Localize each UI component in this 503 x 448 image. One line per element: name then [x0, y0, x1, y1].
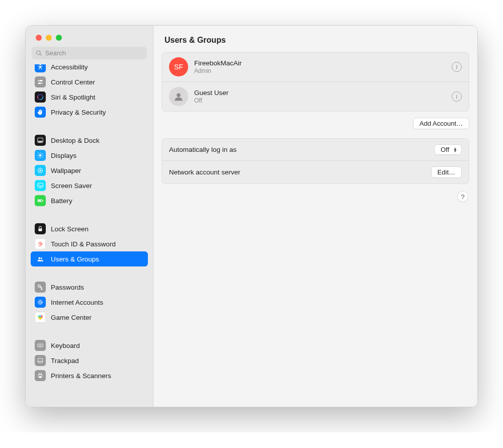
sidebar-nav[interactable]: AccessibilityControl CenterSiri & Spotli…: [26, 64, 153, 407]
user-name: Guest User: [194, 89, 446, 97]
login-settings: Automatically log in as Off ▲▼ Network a…: [161, 138, 469, 184]
svg-point-4: [41, 83, 42, 84]
content: SFFireebokMacAirAdminiGuest UserOffi Add…: [153, 52, 477, 209]
sidebar-item-trackpad[interactable]: Trackpad: [31, 353, 148, 368]
svg-rect-30: [39, 188, 41, 188]
svg-point-3: [39, 80, 40, 81]
fingerprint-icon: [35, 238, 46, 249]
info-button[interactable]: i: [452, 92, 462, 102]
sidebar-item-label: Users & Groups: [51, 255, 99, 263]
hand-icon: [35, 107, 46, 118]
svg-rect-49: [38, 359, 42, 363]
main-pane: Users & Groups SFFireebokMacAirAdminiGue…: [153, 26, 477, 407]
svg-point-25: [38, 168, 39, 169]
help-button[interactable]: ?: [457, 191, 468, 202]
search-input[interactable]: [45, 49, 143, 57]
svg-point-36: [41, 257, 42, 259]
svg-rect-53: [39, 376, 42, 378]
sidebar-item-lock-screen[interactable]: Lock Screen: [31, 221, 148, 236]
sidebar-item-screen-saver[interactable]: Screen Saver: [31, 178, 148, 193]
sidebar-item-label: Siri & Spotlight: [51, 94, 96, 101]
sidebar-item-label: Printers & Scanners: [51, 372, 111, 380]
sidebar-group: KeyboardTrackpadPrinters & Scanners: [26, 335, 153, 386]
auto-login-select[interactable]: Off ▲▼: [434, 144, 462, 155]
sidebar-item-label: Accessibility: [51, 64, 88, 71]
sidebar-item-game-center[interactable]: Game Center: [31, 310, 148, 325]
svg-line-18: [42, 153, 42, 154]
svg-rect-43: [38, 344, 43, 347]
svg-point-42: [39, 315, 42, 318]
network-server-label: Network account server: [169, 168, 240, 176]
svg-rect-9: [38, 141, 42, 142]
svg-point-37: [38, 285, 40, 287]
sidebar-item-wallpaper[interactable]: Wallpaper: [31, 163, 148, 178]
svg-point-38: [39, 301, 41, 303]
help-row: ?: [161, 184, 469, 209]
svg-point-24: [42, 170, 42, 170]
siri-icon: [35, 92, 46, 103]
page-title: Users & Groups: [153, 26, 477, 52]
network-server-row: Network account server Edit…: [162, 160, 469, 184]
sidebar-item-touch-id-password[interactable]: Touch ID & Password: [31, 236, 148, 251]
accessibility-icon: [35, 64, 46, 72]
svg-rect-52: [39, 373, 42, 375]
svg-point-0: [40, 64, 41, 65]
auto-login-value: Off: [441, 146, 449, 153]
sidebar-item-battery[interactable]: Battery: [31, 193, 148, 208]
svg-point-26: [41, 168, 42, 169]
svg-rect-44: [39, 345, 39, 345]
wallpaper-icon: [35, 165, 46, 176]
sidebar-item-label: Control Center: [51, 78, 95, 86]
sidebar-item-label: Passwords: [51, 284, 84, 291]
svg-rect-48: [39, 346, 42, 346]
sidebar-item-label: Lock Screen: [51, 225, 89, 233]
control-center-icon: [35, 76, 46, 87]
battery-icon: [35, 195, 46, 206]
trackpad-icon: [35, 355, 46, 366]
user-row[interactable]: Guest UserOffi: [162, 81, 469, 111]
sidebar-item-printers-scanners[interactable]: Printers & Scanners: [31, 368, 148, 383]
close-button[interactable]: [36, 35, 42, 41]
gamecenter-icon: [35, 312, 46, 323]
edit-network-server-button[interactable]: Edit…: [431, 166, 462, 178]
sidebar-item-desktop-dock[interactable]: Desktop & Dock: [31, 133, 148, 148]
sidebar-item-passwords[interactable]: Passwords: [31, 280, 148, 295]
sidebar-item-siri-spotlight[interactable]: Siri & Spotlight: [31, 89, 148, 105]
svg-point-21: [40, 168, 40, 168]
lock-icon: [35, 223, 46, 234]
actions-row: Add Account…: [161, 112, 469, 138]
user-text: Guest UserOff: [194, 89, 446, 104]
svg-point-54: [177, 94, 180, 97]
search-icon: [36, 50, 42, 57]
auto-login-label: Automatically log in as: [169, 146, 236, 153]
sidebar-item-accessibility[interactable]: Accessibility: [31, 64, 148, 74]
svg-point-28: [41, 171, 42, 172]
settings-window: AccessibilityControl CenterSiri & Spotli…: [25, 25, 478, 407]
sidebar-item-users-groups[interactable]: Users & Groups: [31, 251, 148, 266]
sidebar-item-internet-accounts[interactable]: Internet Accounts: [31, 295, 148, 310]
dock-icon: [35, 135, 46, 146]
sidebar-item-label: Screen Saver: [51, 182, 92, 190]
svg-point-27: [38, 171, 39, 172]
svg-rect-45: [39, 345, 40, 345]
svg-rect-32: [43, 200, 43, 201]
zoom-button[interactable]: [56, 35, 62, 41]
sidebar-item-keyboard[interactable]: Keyboard: [31, 338, 148, 353]
user-role: Off: [194, 97, 446, 104]
sidebar-item-label: Keyboard: [51, 342, 80, 349]
sidebar-item-privacy-security[interactable]: Privacy & Security: [31, 105, 148, 120]
users-list: SFFireebokMacAirAdminiGuest UserOffi: [161, 52, 469, 112]
sidebar-item-label: Displays: [51, 152, 76, 159]
user-row[interactable]: SFFireebokMacAirAdmini: [162, 52, 469, 81]
sidebar-item-displays[interactable]: Displays: [31, 148, 148, 163]
add-account-button[interactable]: Add Account…: [413, 118, 469, 129]
minimize-button[interactable]: [46, 35, 52, 41]
at-icon: [35, 297, 46, 308]
info-button[interactable]: i: [452, 62, 462, 72]
sidebar-item-control-center[interactable]: Control Center: [31, 74, 148, 89]
sidebar-item-label: Battery: [51, 197, 72, 205]
key-icon: [35, 282, 46, 293]
search-field[interactable]: [32, 47, 147, 59]
svg-point-22: [40, 172, 40, 172]
sidebar-item-label: Internet Accounts: [51, 299, 103, 306]
